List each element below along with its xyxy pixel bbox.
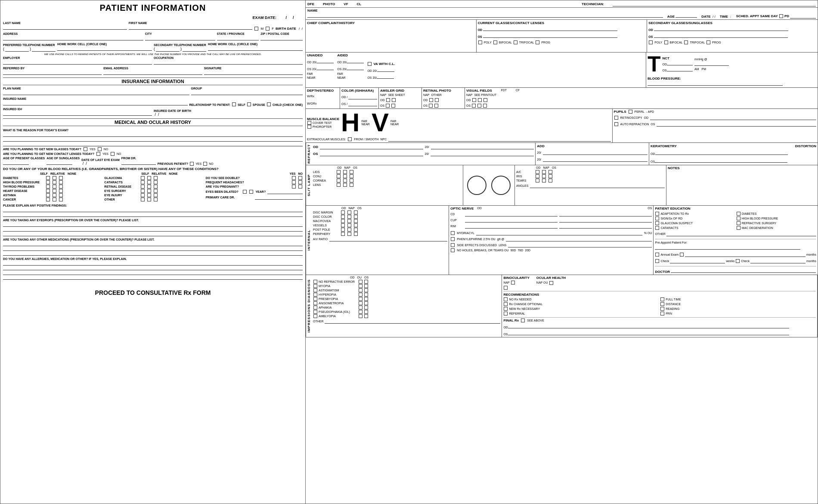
other-meds-row: ARE YOU TAKING ANY OTHER MEDICATIONS (PR…	[3, 237, 303, 256]
age-sunglasses-field[interactable]	[46, 160, 72, 165]
slit-lamp-row: SLIT LAMP OD NAP OS LIDS CONJ CORNEA	[306, 165, 818, 206]
age-field[interactable]	[675, 12, 697, 18]
spouse-checkbox[interactable]	[247, 102, 251, 106]
insured-name-label: INSURED NAME	[3, 97, 188, 100]
sec-prog-cb[interactable]	[706, 40, 710, 44]
male-checkbox[interactable]	[254, 27, 258, 31]
sched-appt-cb[interactable]	[779, 14, 783, 18]
self-checkbox[interactable]	[232, 102, 236, 106]
insured-id-field[interactable]	[3, 111, 152, 116]
sec-phone-area[interactable]	[156, 46, 180, 52]
occupation-field[interactable]	[154, 59, 303, 65]
patient-name-field[interactable]	[307, 12, 663, 18]
cur-prog-cb[interactable]	[536, 40, 539, 44]
notes-section: NOTES	[666, 165, 818, 205]
plan-name-field[interactable]	[3, 90, 189, 95]
pd-field[interactable]	[790, 13, 816, 19]
female-checkbox[interactable]	[266, 27, 270, 31]
sec-bifocal-cb[interactable]	[664, 40, 668, 44]
technician-field[interactable]	[613, 1, 816, 6]
condition-retinal: RETINAL DISEASE	[104, 185, 201, 189]
depth-section: DEPTH/STEREO W/Rx W/ORx	[306, 88, 340, 108]
address-field[interactable]	[3, 35, 143, 40]
notes-field[interactable]	[668, 170, 816, 204]
name-age-row: NAME AGE DATE / / TIME : SCHED. APPT SAM…	[306, 8, 818, 20]
cur-bifocal-cb[interactable]	[493, 40, 497, 44]
zip-field[interactable]	[260, 35, 303, 40]
plan-name-label: PLAN NAME	[3, 87, 189, 90]
bino-ocular-rec: BINOCULARITY NAP OCULAR HEALTH NAP OU	[502, 275, 818, 337]
reason-field[interactable]	[3, 132, 303, 137]
secondary-glasses-section: SECONDARY GLASSES/SUNGLASSES OD OS POLY …	[647, 20, 818, 52]
q-dilated: EYES BEEN DILATED? YEAR?	[206, 189, 303, 194]
refract-add: ADD 20/ 20/	[536, 143, 649, 165]
prev-patient-yes-cb[interactable]	[190, 162, 194, 166]
pref-phone-number[interactable]	[32, 46, 56, 52]
insured-name-field[interactable]	[3, 100, 188, 105]
cur-trifocal-cb[interactable]	[514, 40, 517, 44]
cornea-label: CORNEA	[313, 179, 335, 182]
od-eye-circle	[467, 176, 486, 195]
q-pregnant: ARE YOU PREGNANT?	[206, 185, 303, 189]
employer-field[interactable]	[3, 59, 152, 65]
keratometry-section: KERATOMETRY DISTORTION OD OS	[649, 143, 818, 165]
phone-row: PREFERRED TELEPHONE NUMBER ( ) HOME WORK…	[3, 43, 303, 52]
current-glasses-os-field[interactable]	[483, 33, 617, 38]
email-field[interactable]	[103, 70, 202, 75]
bp-field[interactable]	[648, 80, 783, 86]
city-field[interactable]	[145, 35, 215, 40]
sec-poly-cb[interactable]	[649, 40, 653, 44]
first-name-label: FIRST NAME	[129, 22, 253, 25]
color-section: COLOR (ISHIHARA) OD/ OS/	[340, 88, 379, 108]
pref-phone-label: PREFERRED TELEPHONE NUMBER	[3, 43, 56, 46]
state-field[interactable]	[217, 35, 259, 40]
reason-field2[interactable]	[3, 137, 303, 142]
complaint-field[interactable]	[307, 25, 475, 51]
current-glasses-od-field[interactable]	[483, 26, 617, 31]
pref-phone-area[interactable]	[5, 46, 29, 52]
new-glasses-yes-cb[interactable]	[84, 147, 87, 151]
name-row: LAST NAME FIRST NAME M F BIRTH DATE / /	[3, 22, 303, 31]
reason-label: WHAT IS THE REASON FOR TODAY'S EXAM?	[3, 129, 68, 132]
insured-id-row: INSURED ID# INSURED DATE OF BIRTH / /	[3, 108, 303, 117]
sec-glasses-od-field[interactable]	[654, 26, 788, 31]
age-glasses-field[interactable]	[3, 160, 29, 165]
slit-lamp-vertical-label: SLIT LAMP	[306, 165, 312, 205]
prev-patient-no-cb[interactable]	[203, 162, 207, 166]
sec-glasses-os-field[interactable]	[654, 33, 788, 38]
home-work-cell-field1[interactable]	[57, 46, 152, 51]
new-contacts-no-cb[interactable]	[111, 152, 115, 156]
q-headaches: FREQUENT HEADACHES?	[206, 180, 303, 184]
impressions-vertical-label: IMPRESSIONS DIAGNOSIS	[306, 275, 312, 337]
reason-field3[interactable]	[3, 142, 303, 146]
child-checkbox[interactable]	[267, 102, 271, 106]
muscle-pupils-row: MUSCLE BALANCE COVER TEST PHOROPTER H FA…	[306, 109, 818, 143]
dfe-label: DFE	[307, 2, 314, 6]
sec-trifocal-cb[interactable]	[684, 40, 688, 44]
group-field[interactable]	[191, 90, 303, 95]
first-name-field[interactable]	[129, 25, 253, 30]
new-contacts-row: ARE YOU PLANNING TO GET NEW CONTACT LENS…	[3, 152, 303, 156]
sec-phone-number[interactable]	[183, 46, 206, 52]
allergies-row: DO YOU HAVE ANY ALLERGIES, MEDICATION OR…	[3, 257, 303, 280]
vision-section: UNAIDED OD 20/ OS 20/ FAR NEAR AIDED OD …	[306, 53, 646, 87]
employer-row: EMPLOYER OCCUPATION	[3, 56, 303, 65]
last-name-label: LAST NAME	[3, 22, 127, 25]
va-cl-cb[interactable]	[368, 62, 372, 66]
visual-fields-section: VISUAL FIELDS FDT CF NAP SEE PRINTOUT OD…	[465, 88, 521, 108]
from-dr-field[interactable]	[121, 160, 156, 165]
new-contacts-yes-cb[interactable]	[96, 152, 100, 156]
nct-T-letter: T	[648, 53, 661, 75]
eyedrops-row: ARE YOU TAKING ANY EYEDROPS (PRESCRIPTIO…	[3, 218, 303, 236]
slit-lamp-right: OD NAP OS A/C IRIS TEARS ANGLES	[515, 165, 666, 205]
cur-poly-cb[interactable]	[478, 40, 482, 44]
internal-section: INTERNAL OD NAP OS DISC MARGIN DISC COLO…	[306, 206, 818, 275]
last-name-field[interactable]	[3, 25, 127, 30]
home-work-cell-field2[interactable]	[208, 46, 303, 51]
signature-field[interactable]	[204, 70, 303, 75]
referred-field[interactable]	[3, 70, 102, 75]
vision-nct-row: UNAIDED OD 20/ OS 20/ FAR NEAR AIDED OD …	[306, 53, 818, 88]
new-glasses-no-cb[interactable]	[98, 147, 102, 151]
referred-row: REFERRED BY EMAIL ADDRESS SIGNATURE	[3, 67, 303, 76]
address-row: ADDRESS CITY STATE / PROVINCE ZIP / POST…	[3, 32, 303, 41]
